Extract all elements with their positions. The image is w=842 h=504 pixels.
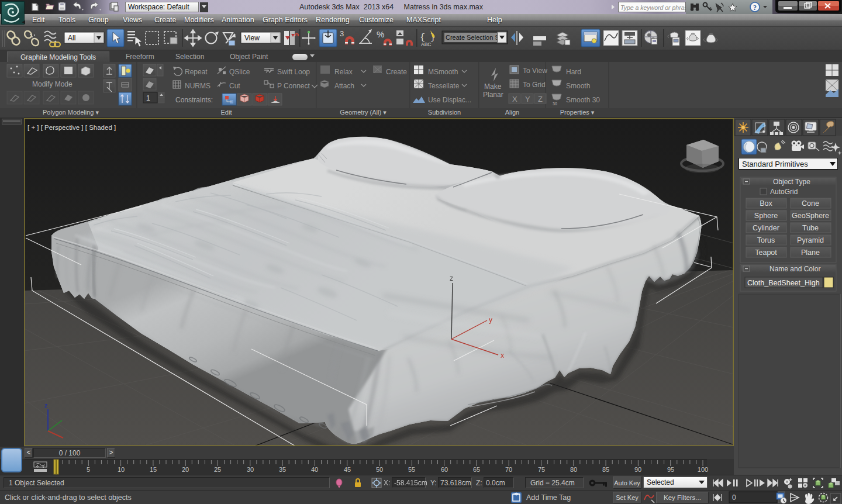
svg-text:?: ?	[753, 4, 757, 12]
svg-text:80: 80	[570, 466, 577, 473]
svg-text:View: View	[244, 34, 260, 42]
svg-text:GeoSphere: GeoSphere	[792, 212, 829, 220]
svg-text:Cloth_BedSheet_High: Cloth_BedSheet_High	[747, 279, 820, 287]
svg-text:All: All	[68, 34, 75, 42]
svg-text:Y: Y	[525, 95, 530, 103]
svg-text:[ + ] [ Perspective ] [ Shaded: [ + ] [ Perspective ] [ Shaded ]	[27, 124, 116, 131]
svg-text:Box: Box	[760, 199, 772, 208]
svg-text:65: 65	[473, 466, 480, 473]
svg-text:Modify Mode: Modify Mode	[32, 80, 73, 88]
svg-text:5: 5	[87, 466, 90, 473]
svg-text:20: 20	[182, 466, 189, 473]
svg-text:Sphere: Sphere	[754, 212, 778, 220]
svg-text:%: %	[377, 29, 384, 39]
svg-text:X:: X:	[384, 479, 390, 487]
svg-text:75: 75	[538, 466, 545, 473]
svg-text:10: 10	[118, 466, 125, 473]
svg-text:Repeat: Repeat	[185, 68, 208, 76]
svg-text:Smooth 30: Smooth 30	[566, 96, 600, 104]
svg-text:25: 25	[214, 466, 221, 473]
svg-text:z: z	[44, 402, 48, 409]
svg-text:QSlice: QSlice	[229, 68, 250, 76]
svg-text:x: x	[501, 351, 504, 360]
svg-text:60: 60	[441, 466, 448, 473]
svg-text:Make: Make	[484, 82, 502, 91]
svg-text:Z: Z	[538, 95, 543, 103]
svg-text:Relax: Relax	[334, 68, 353, 76]
svg-text:NURMS: NURMS	[185, 82, 210, 90]
svg-text:Planar: Planar	[483, 91, 503, 99]
svg-text:35: 35	[279, 466, 286, 473]
svg-text:100: 100	[698, 466, 708, 473]
svg-text:Constraints:: Constraints:	[175, 96, 213, 104]
svg-text:40: 40	[311, 466, 318, 473]
svg-text:45: 45	[344, 466, 351, 473]
svg-text:Cylinder: Cylinder	[753, 224, 779, 232]
svg-text:30: 30	[553, 102, 557, 106]
svg-text:X: X	[512, 95, 517, 103]
svg-text:Use Displac...: Use Displac...	[428, 96, 471, 104]
svg-text:Create Selection Se: Create Selection Se	[446, 34, 503, 41]
svg-text:z: z	[450, 274, 453, 282]
svg-text:MSmooth: MSmooth	[428, 68, 458, 76]
svg-text:Cut: Cut	[229, 82, 240, 90]
svg-text:70: 70	[505, 466, 512, 473]
svg-text:To Grid: To Grid	[523, 81, 546, 89]
svg-text:85: 85	[602, 466, 609, 473]
svg-text:55: 55	[408, 466, 415, 473]
svg-text:15: 15	[150, 466, 157, 473]
svg-text:P Connect: P Connect	[277, 82, 310, 90]
svg-text:90: 90	[634, 466, 641, 473]
svg-text:30: 30	[247, 466, 254, 473]
svg-text:Swift Loop: Swift Loop	[277, 68, 310, 76]
svg-text:Pyramid: Pyramid	[797, 236, 824, 244]
svg-text:Attach: Attach	[334, 82, 354, 90]
svg-text:3: 3	[340, 29, 344, 38]
svg-text:To View: To View	[523, 67, 547, 75]
svg-text:Create: Create	[386, 68, 407, 76]
svg-text:Tessellate: Tessellate	[428, 82, 460, 90]
svg-text:AutoGrid: AutoGrid	[770, 188, 798, 196]
svg-text:Teapot: Teapot	[755, 248, 777, 257]
svg-text:Cone: Cone	[802, 199, 819, 208]
svg-text:y: y	[489, 316, 492, 324]
svg-text:Torus: Torus	[757, 236, 775, 244]
svg-text:Tube: Tube	[802, 224, 819, 232]
svg-text:Smooth: Smooth	[566, 82, 590, 90]
svg-text:Name and Color: Name and Color	[769, 265, 820, 273]
svg-text:0: 0	[732, 493, 736, 502]
svg-text:1: 1	[146, 94, 150, 102]
svg-text:Standard Primitives: Standard Primitives	[742, 160, 808, 168]
svg-text:50: 50	[376, 466, 383, 473]
svg-text:Plane: Plane	[801, 248, 820, 257]
svg-text:ABC: ABC	[421, 42, 431, 47]
svg-text:95: 95	[667, 466, 674, 473]
svg-text:Object Type: Object Type	[773, 178, 810, 186]
svg-text:Hard: Hard	[566, 68, 581, 76]
